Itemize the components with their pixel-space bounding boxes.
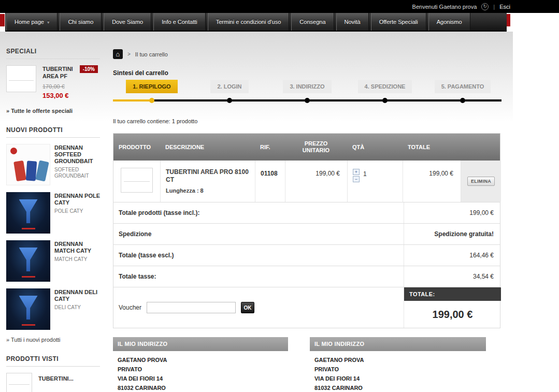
addresses-section: IL MIO INDIRIZZO GAETANO PROVA PRIVATO V… bbox=[113, 337, 501, 392]
totals-label: Spedizione bbox=[113, 224, 404, 244]
product-image[interactable] bbox=[6, 144, 50, 185]
nav-item-termini[interactable]: Termini e condizioni d'uso bbox=[208, 13, 290, 31]
cart-item-count: Il tuo carrello contiene: 1 prodotto bbox=[113, 118, 501, 124]
checkout-steps: 1. RIEPILOGO 2. LOGIN 3. INDIRIZZO 4. SP… bbox=[113, 80, 501, 93]
special-product-name[interactable]: TUBERTINI AREA PF bbox=[42, 65, 85, 80]
cart-product-attribute: Lunghezza : 8 bbox=[166, 187, 250, 194]
new-product-item[interactable]: DRENNAN SOFTEED GROUNDBAIT SOFTEED GROUN… bbox=[6, 144, 100, 185]
new-product-name[interactable]: DRENNAN POLE CATY bbox=[54, 193, 101, 206]
nav-item-home-page[interactable]: Home page bbox=[6, 13, 58, 31]
product-image[interactable] bbox=[121, 168, 153, 193]
totals-value: 34,54 € bbox=[404, 266, 501, 287]
pole-cup-shape bbox=[19, 296, 38, 320]
speciali-section-title: SPECIALI bbox=[6, 46, 100, 59]
main-content: > Il tuo carrello Sintesi del carrello 1… bbox=[113, 32, 501, 392]
nav-item-dove-siamo[interactable]: Dove Siamo bbox=[104, 13, 151, 31]
pole-cup-shape bbox=[19, 199, 38, 223]
step-indirizzo: 3. INDIRIZZO bbox=[283, 80, 331, 93]
nav-ribbon-left bbox=[0, 14, 5, 26]
nuovi-prodotti-section-title: NUOVI PRODOTTI bbox=[6, 124, 100, 138]
totals-label: Totale tasse: bbox=[113, 266, 404, 287]
home-icon[interactable] bbox=[113, 49, 123, 59]
nav-item-label: Info e Contatti bbox=[162, 19, 197, 25]
new-product-subtitle: POLE CATY bbox=[54, 208, 98, 214]
view-all-specials-link[interactable]: » Tutte le offerte speciali bbox=[6, 108, 100, 114]
product-image[interactable] bbox=[6, 373, 32, 392]
cart-product-name[interactable]: TUBERTINI AREA PRO 8100 CT bbox=[166, 168, 250, 184]
totals-label: Totale prodotti (tasse incl.): bbox=[113, 202, 404, 223]
new-product-name[interactable]: DRENNAN MATCH CATY bbox=[54, 241, 101, 254]
new-product-name[interactable]: DRENNAN SOFTEED GROUNDBAIT bbox=[54, 144, 101, 165]
step-dot-active bbox=[149, 98, 154, 103]
address-line: PRIVATO bbox=[314, 365, 486, 374]
breadcrumb-current: Il tuo carrello bbox=[135, 51, 168, 57]
brand-dot-icon bbox=[10, 148, 17, 154]
refresh-icon[interactable] bbox=[481, 3, 489, 10]
welcome-text: Benvenuti Gaetano prova bbox=[412, 4, 477, 10]
viewed-product-item[interactable]: TUBERTINI... bbox=[6, 373, 100, 392]
special-product[interactable]: TUBERTINI AREA PF 170,00 € 153,00 € -10% bbox=[6, 65, 100, 99]
view-all-new-products-link[interactable]: » Tutti i nuovi prodotti bbox=[6, 337, 100, 343]
nav-item-label: Dove Siamo bbox=[112, 19, 143, 25]
delete-item-button[interactable]: ELIMINA bbox=[467, 177, 495, 186]
brand-mark bbox=[22, 276, 35, 278]
new-product-item[interactable]: DRENNAN POLE CATY POLE CATY bbox=[6, 192, 100, 234]
qty-increase-icon[interactable] bbox=[353, 169, 360, 175]
nav-item-agonismo[interactable]: Agonismo bbox=[428, 13, 470, 31]
logout-link[interactable]: Esci bbox=[499, 4, 510, 10]
new-product-item[interactable]: DRENNAN MATCH CATY MATCH CATY bbox=[6, 240, 100, 282]
address-block-2: IL MIO INDIRIZZO GAETANO PROVA PRIVATO V… bbox=[310, 337, 486, 392]
discount-badge: -10% bbox=[80, 65, 98, 73]
nav-item-novita[interactable]: Novità bbox=[336, 13, 369, 31]
nav-item-label: Termini e condizioni d'uso bbox=[216, 19, 281, 25]
top-bar: Benvenuti Gaetano prova | Esci bbox=[0, 0, 559, 13]
unit-price: 199,00 € bbox=[285, 161, 347, 202]
step-riepilogo[interactable]: 1. RIEPILOGO bbox=[126, 80, 177, 93]
progress-done-segment bbox=[113, 99, 152, 101]
step-dot bbox=[227, 98, 232, 103]
viewed-product-name[interactable]: TUBERTINI... bbox=[38, 375, 74, 392]
voucher-ok-button[interactable]: OK bbox=[241, 302, 254, 313]
groundbait-pack-shape bbox=[13, 161, 26, 182]
topbar-separator: | bbox=[493, 4, 495, 10]
sidebar: SPECIALI TUBERTINI AREA PF 170,00 € 153,… bbox=[0, 32, 100, 392]
nav-item-chi-siamo[interactable]: Chi siamo bbox=[60, 13, 102, 31]
line-total: 199,00 € bbox=[403, 161, 461, 202]
new-product-name[interactable]: DRENNAN DELI CATY bbox=[54, 289, 101, 302]
product-image[interactable] bbox=[6, 240, 50, 282]
product-image[interactable] bbox=[6, 288, 50, 330]
nav-item-label: Agonismo bbox=[437, 19, 462, 25]
nav-item-offerte-speciali[interactable]: Offerte Speciali bbox=[371, 13, 426, 31]
address-line: GAETANO PROVA bbox=[118, 355, 288, 365]
nav-item-label: Novità bbox=[345, 19, 361, 25]
breadcrumb: > Il tuo carrello bbox=[113, 49, 501, 59]
col-header-totale: TOTALE bbox=[403, 144, 461, 150]
nav-item-consegna[interactable]: Consegna bbox=[291, 13, 334, 31]
nav-item-info-e-contatti[interactable]: Info e Contatti bbox=[153, 13, 206, 31]
step-dot bbox=[382, 98, 388, 103]
address-line: VIA DEI FIORI 14 bbox=[118, 374, 288, 383]
totals-value: Spedizione gratuita! bbox=[404, 224, 501, 244]
totals-label: Totale (tasse escl.) bbox=[113, 245, 404, 266]
breadcrumb-separator: > bbox=[127, 51, 131, 57]
address-line: 81032 CARINARO bbox=[314, 383, 486, 392]
product-image[interactable] bbox=[6, 192, 50, 234]
cart-table: PRODOTTO DESCRIZIONE RIF. PREZZO UNITARI… bbox=[113, 133, 500, 328]
address-header: IL MIO INDIRIZZO bbox=[310, 337, 486, 351]
new-product-item[interactable]: DRENNAN DELI CATY DELI CATY bbox=[6, 288, 100, 330]
new-product-subtitle: DELI CATY bbox=[54, 304, 98, 311]
new-product-subtitle: MATCH CATY bbox=[54, 256, 98, 263]
brand-mark bbox=[22, 228, 35, 229]
sale-price: 153,00 € bbox=[42, 92, 94, 99]
qty-value: 1 bbox=[363, 170, 367, 178]
dropdown-arrow-icon bbox=[47, 19, 50, 25]
qty-decrease-icon[interactable] bbox=[353, 176, 360, 182]
product-image[interactable] bbox=[6, 65, 36, 92]
voucher-input[interactable] bbox=[147, 302, 236, 313]
voucher-row: Voucher OK TOTALE: 199,00 € bbox=[113, 287, 500, 328]
totals-row-shipping: Spedizione Spedizione gratuita! bbox=[113, 223, 500, 244]
col-header-qta: QTÀ bbox=[347, 144, 403, 150]
col-header-prodotto: PRODOTTO bbox=[113, 144, 160, 150]
page-title: Sintesi del carrello bbox=[113, 69, 501, 77]
brand-mark bbox=[22, 324, 35, 326]
